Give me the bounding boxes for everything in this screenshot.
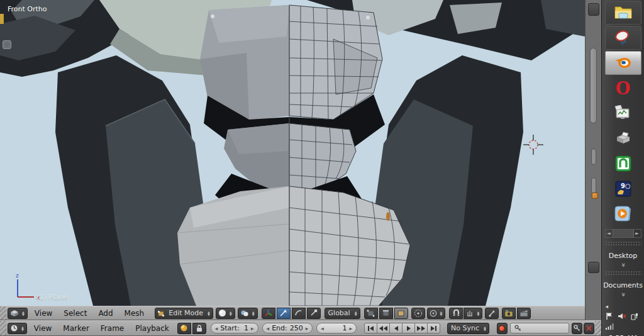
taskbar-scrollbar[interactable]: ◄ ► bbox=[605, 229, 641, 238]
taskbar-app-hand-90[interactable]: 9○ bbox=[604, 176, 643, 201]
taskbar-app-opera[interactable]: O bbox=[604, 76, 643, 101]
decrement-arrow-icon[interactable]: ◂ bbox=[215, 325, 218, 332]
next-keyframe-button[interactable] bbox=[414, 323, 428, 333]
menu-marker[interactable]: Marker bbox=[57, 324, 94, 333]
region-corner[interactable] bbox=[595, 321, 601, 335]
documents-expand-chevron-icon[interactable]: » bbox=[619, 293, 626, 297]
safely-remove-device-icon[interactable] bbox=[631, 312, 638, 320]
taskbar-clock[interactable]: 2:33 AM Saturday 4/4/2015 bbox=[608, 333, 639, 336]
taskbar-app-media-player[interactable] bbox=[604, 201, 643, 227]
proportional-edit-selector[interactable]: ▲▼ bbox=[427, 308, 446, 319]
play-reverse-button[interactable] bbox=[389, 323, 402, 333]
dropdown-arrows-icon: ▲▼ bbox=[207, 311, 211, 316]
transform-orientation-selector[interactable]: Global ▲▼ bbox=[325, 308, 360, 319]
menu-playback[interactable]: Playback bbox=[130, 324, 175, 333]
3d-viewport[interactable]: Front Ortho + z x (1) Plane bbox=[0, 0, 585, 306]
scale-manipulator-button[interactable] bbox=[307, 308, 321, 319]
properties-widget[interactable] bbox=[591, 177, 596, 194]
timeline-editor-selector[interactable]: ▲▼ bbox=[8, 323, 27, 334]
model-render bbox=[0, 0, 585, 306]
menu-select[interactable]: Select bbox=[58, 309, 92, 318]
system-tray: ◂ bbox=[604, 303, 642, 330]
snap-target-button[interactable] bbox=[485, 308, 499, 319]
windows-taskbar: ✂ O 9○ ◄ ► Desktop » Doc bbox=[601, 0, 644, 336]
menu-frame[interactable]: Frame bbox=[95, 324, 130, 333]
delete-keyframe-button[interactable] bbox=[584, 323, 594, 334]
translate-manipulator-button[interactable] bbox=[277, 308, 291, 319]
dropdown-arrows-icon: ▲▼ bbox=[229, 311, 233, 316]
lock-time-cursor-button[interactable] bbox=[192, 323, 206, 334]
documents-toolbar-label[interactable]: Documents bbox=[603, 281, 643, 289]
sync-mode-selector[interactable]: No Sync ▲▼ bbox=[447, 323, 489, 334]
clock-time: 2:33 AM bbox=[608, 333, 639, 336]
opengl-render-image-button[interactable] bbox=[502, 308, 516, 319]
face-select-mode-button[interactable] bbox=[394, 308, 408, 319]
use-preview-range-button[interactable] bbox=[177, 323, 191, 334]
current-frame-field[interactable]: ◂ 1 ▸ bbox=[316, 323, 357, 333]
taskbar-app-fax-printer[interactable] bbox=[604, 126, 643, 151]
auto-keyframe-button[interactable] bbox=[497, 323, 508, 334]
taskbar-app-snipping-tool[interactable]: ✂ bbox=[605, 26, 641, 50]
network-signal-icon[interactable] bbox=[606, 323, 614, 330]
dropdown-arrows-icon: ▲▼ bbox=[21, 326, 25, 331]
play-button[interactable] bbox=[402, 323, 415, 333]
desktop-toolbar-label[interactable]: Desktop bbox=[609, 252, 637, 260]
properties-scrollbar[interactable] bbox=[590, 48, 597, 123]
properties-widget[interactable] bbox=[591, 148, 596, 165]
timeline-header: ▲▼ View Marker Frame Playback ◂ Start: 1… bbox=[0, 320, 601, 336]
taskbar-app-office-green-n[interactable] bbox=[604, 151, 643, 176]
limit-selection-visible-button[interactable] bbox=[411, 308, 425, 319]
viewport-shading-selector[interactable]: ▲▼ bbox=[216, 308, 235, 319]
edge-select-mode-button[interactable] bbox=[379, 308, 393, 319]
snap-toggle-button[interactable] bbox=[449, 308, 463, 319]
jump-to-end-button[interactable] bbox=[427, 323, 440, 333]
key-icon bbox=[514, 325, 521, 332]
manipulator-toggle-button[interactable] bbox=[262, 308, 275, 319]
jump-to-start-button[interactable] bbox=[364, 323, 377, 333]
properties-menu-button[interactable] bbox=[588, 3, 599, 16]
volume-muted-icon[interactable] bbox=[618, 312, 626, 320]
pivot-point-selector[interactable]: ▲▼ bbox=[238, 308, 258, 319]
region-corner[interactable] bbox=[0, 306, 6, 320]
snap-element-selector[interactable]: ▲▼ bbox=[464, 308, 482, 319]
scroll-right-icon[interactable]: ► bbox=[634, 230, 641, 237]
desktop-expand-chevron-icon[interactable]: » bbox=[619, 263, 626, 267]
region-expand-icon[interactable]: + bbox=[3, 40, 11, 49]
show-hidden-icons-button[interactable]: ◂ bbox=[606, 303, 642, 310]
decrement-arrow-icon[interactable]: ◂ bbox=[267, 325, 270, 332]
object-info-label: (1) Plane bbox=[36, 293, 67, 301]
increment-arrow-icon[interactable]: ▸ bbox=[350, 325, 353, 332]
end-frame-field[interactable]: ◂ End: 250 ▸ bbox=[262, 323, 313, 333]
hand-90-app-icon: 9○ bbox=[615, 181, 631, 197]
taskbar-app-blender[interactable] bbox=[605, 51, 641, 75]
mode-label: Edit Mode bbox=[167, 309, 204, 317]
scroll-thumb[interactable] bbox=[613, 230, 634, 237]
region-corner[interactable] bbox=[0, 321, 6, 335]
menu-mesh[interactable]: Mesh bbox=[119, 309, 150, 318]
keying-set-field[interactable] bbox=[510, 323, 569, 333]
taskbar-app-resource-monitor[interactable] bbox=[604, 101, 643, 126]
menu-add[interactable]: Add bbox=[92, 309, 118, 318]
previous-keyframe-button[interactable] bbox=[377, 323, 390, 333]
object-properties-icon[interactable] bbox=[592, 193, 598, 199]
mode-selector[interactable]: Edit Mode ▲▼ bbox=[155, 308, 213, 319]
increment-arrow-icon[interactable]: ▸ bbox=[251, 325, 254, 332]
taskbar-app-file-explorer[interactable] bbox=[605, 1, 641, 25]
3d-view-editor-icon bbox=[10, 310, 19, 317]
properties-widget[interactable] bbox=[588, 262, 599, 273]
menu-view[interactable]: View bbox=[29, 309, 58, 318]
menu-view[interactable]: View bbox=[28, 324, 57, 333]
action-center-flag-icon[interactable] bbox=[606, 312, 613, 320]
end-value: 250 bbox=[290, 324, 303, 332]
scroll-left-icon[interactable]: ◄ bbox=[606, 230, 613, 237]
opengl-render-animation-button[interactable] bbox=[517, 308, 531, 319]
increment-arrow-icon[interactable]: ▸ bbox=[306, 325, 309, 332]
vertex-select-mode-button[interactable] bbox=[364, 308, 378, 319]
decrement-arrow-icon[interactable]: ◂ bbox=[321, 325, 324, 332]
insert-keyframe-button[interactable] bbox=[572, 323, 582, 334]
start-value: 1 bbox=[244, 324, 248, 332]
file-explorer-icon bbox=[614, 4, 633, 21]
editor-type-selector[interactable]: ▲▼ bbox=[8, 308, 28, 319]
start-frame-field[interactable]: ◂ Start: 1 ▸ bbox=[211, 323, 258, 333]
rotate-manipulator-button[interactable] bbox=[292, 308, 306, 319]
